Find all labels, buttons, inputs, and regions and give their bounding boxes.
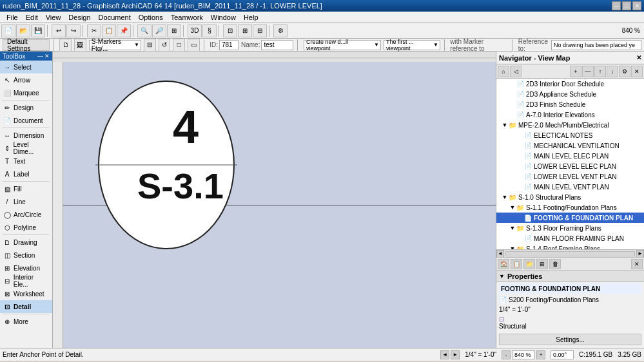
- tool-polyline[interactable]: ⬡ Polyline: [0, 221, 52, 234]
- section-btn[interactable]: §: [202, 24, 217, 37]
- tool-document[interactable]: 📄 Document: [0, 114, 52, 127]
- name-value[interactable]: test: [261, 40, 293, 50]
- paste-btn[interactable]: 📌: [117, 24, 131, 37]
- new-btn[interactable]: 📄: [1, 24, 15, 37]
- minimize-button[interactable]: —: [612, 1, 621, 10]
- menu-file[interactable]: File: [3, 12, 22, 23]
- tool-section[interactable]: ◫ Section: [0, 249, 52, 262]
- info-view-btn[interactable]: 🗋: [59, 39, 72, 52]
- menu-window[interactable]: Window: [207, 12, 240, 23]
- nav-scroll-track[interactable]: [505, 251, 635, 256]
- zoom-plus-btn[interactable]: +: [536, 350, 545, 359]
- save-btn[interactable]: 💾: [31, 24, 45, 37]
- tool-text[interactable]: T Text: [0, 155, 52, 167]
- tool-line[interactable]: / Line: [0, 195, 52, 208]
- menu-help[interactable]: Help: [240, 12, 262, 23]
- tool-worksheet[interactable]: ⊠ Worksheet: [0, 287, 52, 300]
- tree-item-12[interactable]: ▼ 📁 S-1.1 Footing/Foundation Plans: [496, 202, 644, 213]
- tree-item-11[interactable]: ▼ 📁 S-1.0 Structural Plans: [496, 192, 644, 202]
- tool-design[interactable]: ✏ Design: [0, 101, 52, 114]
- tool-more[interactable]: ⊕ More: [0, 315, 52, 328]
- zoom-out-btn[interactable]: 🔎: [152, 24, 166, 37]
- select-all-btn[interactable]: ⊡: [223, 24, 237, 37]
- tool-elevation[interactable]: ⊞ Elevation: [0, 262, 52, 274]
- nav-down-btn[interactable]: ↓: [607, 66, 618, 77]
- nav-bottom-btn2[interactable]: 📋: [511, 259, 522, 269]
- zoom-in-btn[interactable]: 🔍: [137, 24, 151, 37]
- create-viewpoint-dropdown[interactable]: Create new d...il viewpoint ▼: [304, 40, 381, 50]
- tool-drawing[interactable]: 🗋 Drawing: [0, 236, 52, 249]
- maximize-button[interactable]: □: [622, 1, 631, 10]
- menu-options[interactable]: Options: [135, 12, 167, 23]
- nav-up-btn[interactable]: ↑: [594, 66, 606, 77]
- undo-btn[interactable]: ↩: [52, 24, 66, 37]
- tree-item-6[interactable]: 📄 MECHANICAL VENTILATION: [496, 140, 644, 151]
- open-btn[interactable]: 📂: [16, 24, 30, 37]
- nav-new-btn[interactable]: +: [570, 66, 581, 77]
- cut-btn[interactable]: ✂: [87, 24, 101, 37]
- first-viewpoint-dropdown[interactable]: The first ... viewpoint ▼: [384, 40, 440, 50]
- canvas-content[interactable]: 4 S-3.1: [63, 62, 496, 348]
- menu-edit[interactable]: Edit: [22, 12, 42, 23]
- tool-select[interactable]: → Select: [0, 61, 52, 73]
- drawing-area[interactable]: 4 S-3.1: [63, 62, 496, 348]
- nav-scroll-right-btn[interactable]: ►: [636, 250, 644, 258]
- tree-item-8[interactable]: 📄 LOWER LEVEL ELEC PLAN: [496, 161, 644, 171]
- redo-btn[interactable]: ↪: [66, 24, 81, 37]
- info-reload-btn[interactable]: ↺: [159, 39, 171, 52]
- nav-bottom-btn1[interactable]: 🏠: [498, 259, 509, 269]
- prop-settings-button[interactable]: Settings...: [499, 334, 641, 345]
- nav-home-btn[interactable]: ⌂: [498, 66, 509, 77]
- navigator-close-icon[interactable]: ✕: [636, 54, 641, 61]
- group-btn[interactable]: ⊞: [238, 24, 252, 37]
- tree-item-1[interactable]: 📄 2D3 Appliance Schedule: [496, 89, 644, 99]
- menu-design[interactable]: Design: [64, 12, 94, 23]
- tree-item-2[interactable]: 📄 2D3 Finish Schedule: [496, 99, 644, 110]
- settings-btn[interactable]: ⚙: [273, 24, 288, 37]
- toolbox-close-icon[interactable]: ✕: [44, 53, 50, 59]
- s-markers-dropdown[interactable]: S-Markers Ftg/... ▼: [89, 40, 141, 50]
- nav-bottom-close-btn[interactable]: ✕: [631, 259, 643, 269]
- nav-bottom-btn4[interactable]: ⊞: [536, 259, 548, 269]
- default-settings-btn[interactable]: Default Settings: [3, 39, 50, 51]
- tool-arccircle[interactable]: ◯ Arc/Circle: [0, 208, 52, 221]
- nav-back-btn[interactable]: ◁: [510, 66, 522, 77]
- nav-scroll-left-btn[interactable]: ◄: [496, 250, 504, 258]
- copy-btn[interactable]: 📋: [102, 24, 116, 37]
- status-right-btn[interactable]: ►: [451, 350, 460, 359]
- nav-close-btn[interactable]: ✕: [631, 66, 643, 77]
- canvas-area[interactable]: 4 S-3.1: [53, 52, 496, 348]
- tree-item-7[interactable]: 📄 MAIN LEVEL ELEC PLAN: [496, 151, 644, 161]
- tool-arrow[interactable]: ↖ Arrow: [0, 73, 52, 86]
- menu-document[interactable]: Document: [95, 12, 135, 23]
- tree-item-13[interactable]: 📄 FOOTING & FOUNDATION PLAN: [496, 213, 644, 223]
- info-extra-btn[interactable]: ⊟: [144, 39, 156, 52]
- tool-interior-ele[interactable]: ⊟ Interior Ele...: [0, 274, 52, 287]
- tool-detail[interactable]: ⊡ Detail: [0, 300, 52, 313]
- nav-settings-btn[interactable]: ⚙: [619, 66, 630, 77]
- tool-marquee[interactable]: ⬜ Marquee: [0, 86, 52, 99]
- info-img-btn[interactable]: 🖼: [74, 39, 86, 52]
- toolbox-minimize-icon[interactable]: —: [37, 53, 43, 59]
- nav-bottom-btn3[interactable]: 📁: [523, 259, 535, 269]
- menu-view[interactable]: View: [42, 12, 65, 23]
- tree-area[interactable]: 📄 2D3 Interior Door Schedule 📄 2D3 Appli…: [496, 79, 644, 249]
- tree-item-10[interactable]: 📄 MAIN LEVEL VENT PLAN: [496, 182, 644, 192]
- tree-item-0[interactable]: 📄 2D3 Interior Door Schedule: [496, 79, 644, 89]
- tool-dimension[interactable]: ↔ Dimension: [0, 129, 52, 142]
- tool-level-dim[interactable]: ⇕ Level Dime...: [0, 142, 52, 155]
- id-value[interactable]: 781: [219, 40, 239, 50]
- info-square-btn1[interactable]: □: [173, 39, 185, 52]
- menu-teamwork[interactable]: Teamwork: [167, 12, 207, 23]
- status-left-btn[interactable]: ◄: [440, 350, 449, 359]
- fit-btn[interactable]: ⊞: [167, 24, 181, 37]
- nav-bottom-btn5[interactable]: 🗑: [549, 259, 561, 269]
- tree-item-15[interactable]: 📄 MAIN FLOOR FRAMING PLAN: [496, 233, 644, 243]
- nav-horizontal-scrollbar[interactable]: ◄ ►: [496, 249, 644, 257]
- ungroup-btn[interactable]: ⊟: [253, 24, 267, 37]
- tool-fill[interactable]: ▨ Fill: [0, 182, 52, 195]
- info-square-btn2[interactable]: ▭: [188, 39, 200, 52]
- tree-item-9[interactable]: 📄 LOWER LEVEL VENT PLAN: [496, 171, 644, 182]
- tree-item-16[interactable]: ▼ 📁 S-1.4 Roof Framing Plans: [496, 243, 644, 249]
- 3d-btn[interactable]: 3D: [188, 24, 202, 37]
